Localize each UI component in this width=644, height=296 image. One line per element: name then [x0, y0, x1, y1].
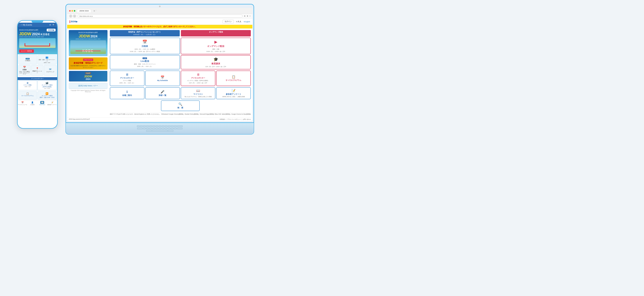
phone-ondemand-prog[interactable]: ▶️ オンデマンド配信講演・主題 11/18～12/13	[38, 91, 56, 99]
phone-logo-badge: JDDW▶	[47, 29, 56, 32]
browser-forward-btn[interactable]: ›	[73, 15, 76, 18]
poster-ondemand-sub: オンデマンド配信（音声付き動画）	[187, 80, 209, 82]
poster-ondemand-box[interactable]: 🖥 デジタルポスター オンデマンド配信（音声付き動画） 11/4（月）～12/1…	[181, 71, 216, 86]
browser-toolbar: ‹ › ⬇ ⬆ +	[67, 14, 252, 19]
myschedule-box[interactable]: 📅 My Schedule	[145, 71, 180, 86]
phone-menu-events[interactable]: 👥 講演・主題・スポンサードイベント10/31～11/2	[38, 55, 56, 64]
phone-all-programs[interactable]: 📋 すべてのプログラム	[18, 91, 37, 99]
poster-year: 2024	[90, 35, 98, 38]
jddw-logo: JDDW▶	[70, 20, 78, 23]
info-general[interactable]: ℹ 各種ご案内	[110, 87, 144, 99]
close-dot[interactable]	[69, 10, 71, 12]
venue-onsite: 現地学会（神戸コンベンションセンター） 10月31日（水）～11月2日（土）	[110, 30, 180, 37]
jddwhp-banner[interactable]: 大会HP JDDW 2024	[69, 71, 108, 82]
phone-menu-schedule[interactable]: 📅 日程表 10/31～11/2 Live配信11/18～12/13 オンデマン…	[18, 65, 30, 76]
phone-nav-dailynews-label: Daily News	[39, 104, 45, 105]
key-space	[152, 130, 168, 132]
key	[174, 125, 177, 127]
all-programs-box[interactable]: 📋 すべてのプログラム	[216, 71, 251, 86]
feature-schedule[interactable]: 📅 日程表 10/31（木）～11/2（土）Live配信 11/18（月）～12…	[110, 38, 180, 54]
phone-menu-floor[interactable]: 🗺 フロアマップ	[44, 65, 56, 76]
mail-icon[interactable]: ✉	[50, 24, 51, 26]
all-programs-title: すべてのプログラム	[226, 79, 241, 82]
phone-menu-live[interactable]: LIVE Live配信	[18, 55, 37, 64]
poster-slide-box[interactable]: 🖥 デジタルポスター スライド閲覧 10/31（木）～11/2（土）	[110, 71, 144, 86]
survey-box[interactable]: 📝 参加者アンケート JDDWに対するご意見・ご感想を投稿	[216, 87, 251, 99]
phone-screen: ‹ < My Events ✉ 🔍 第32回日本消化器関連学会週間 JDDW▶	[18, 23, 57, 106]
poster-slide-date: 10/31（木）～11/2（土）	[119, 82, 135, 84]
myschedule-title: My Schedule	[157, 80, 168, 81]
font-small-btn[interactable]: A	[236, 21, 237, 23]
download-icon[interactable]: ⬇	[244, 15, 246, 17]
phone-poster-header: デジタルポスター	[18, 77, 57, 80]
maximize-dot[interactable]	[74, 10, 75, 12]
site-logo: JDDW▶	[70, 20, 78, 23]
minimize-dot[interactable]	[72, 10, 73, 12]
venue-onsite-date: 10月31日（水）～11月2日（土）	[111, 34, 178, 36]
mypage-note: ※必ず発行期限中(10/30(水)18:00～12/13(水)正午)にご自身でダ…	[70, 65, 106, 68]
phone-nav-dailynews[interactable]: 📰 Daily News	[38, 101, 47, 105]
poster-image: 第32回日本消化器関連学会週間 JDDW 2024 JAPAN DIGESTIV…	[69, 30, 108, 56]
key	[165, 128, 167, 129]
back-arrow-icon: ‹	[20, 24, 20, 26]
key-tab	[137, 128, 142, 129]
phone-device: ‹ < My Events ✉ 🔍 第32回日本消化器関連学会週間 JDDW▶	[17, 20, 58, 129]
phone-jddw-title: JDDW	[19, 32, 32, 36]
key	[171, 125, 174, 127]
schedule-sub2: 11/18（月）～12/13（金）正午 オンデマンド配信	[130, 51, 160, 52]
info-general-title: 各種ご案内	[122, 94, 132, 97]
phone-menu-session[interactable]: 📍 開催中セッション	[31, 65, 44, 76]
venue-onsite-label: 現地学会（神戸コンベンションセンター）	[111, 31, 178, 33]
browser-url-input[interactable]	[78, 15, 243, 18]
english-link[interactable]: >English	[244, 21, 250, 23]
mypage-download-title: 参加証明書・領収証ダウンロード	[70, 62, 106, 64]
phone-poster-slide[interactable]: 🖥 スライド閲覧 10/31～11/2	[18, 81, 37, 90]
phone-topbar: ‹ < My Events ✉ 🔍	[18, 23, 57, 27]
key	[149, 125, 152, 127]
add-tab-icon[interactable]: +	[250, 15, 250, 17]
survey-icon: 📝	[232, 89, 236, 93]
phone-back-area[interactable]: ‹ < My Events	[20, 24, 32, 26]
phone-nav-myschedule[interactable]: 📅 マイスケジュール	[18, 101, 28, 105]
education-sub1: 11/3（日）正午～12/13（金）正午	[205, 66, 226, 68]
key	[152, 125, 155, 127]
site-main: 第32回日本消化器関連学会週間 JDDW 2024 JAPAN DIGESTIV…	[67, 29, 252, 117]
browser-back-btn[interactable]: ‹	[69, 15, 72, 18]
keyboard-row-2	[137, 128, 182, 129]
font-med-btn[interactable]: A	[238, 21, 239, 23]
key	[168, 128, 170, 129]
poster-column: 第32回日本消化器関連学会週間 JDDW 2024 JAPAN DIGESTIV…	[69, 30, 108, 116]
feature-ondemand[interactable]: ▶ オンデマンド配信 講演・主題 11/18（月）～12/13（金）正午	[181, 38, 251, 54]
phone-topbar-label: < My Events	[21, 24, 32, 26]
survey-title: 参加者アンケート	[226, 93, 241, 96]
browser-tab[interactable]: JDDW 2024	[77, 9, 92, 13]
search-box[interactable]: 🔍 検 索	[161, 100, 200, 111]
login-button[interactable]: ログイン	[222, 20, 234, 24]
schedule-title: 日程表	[142, 45, 148, 48]
speaker-icon: 🎤	[160, 90, 164, 94]
key	[155, 128, 158, 129]
phone-seminar-btn[interactable]: セミナー整理券	[19, 50, 34, 53]
info-speakers[interactable]: 🎤 演者一覧	[145, 87, 180, 99]
feature-live[interactable]: LIVE Live配信 講演・主題・スポンサードイベント 10/31（木）～11…	[110, 55, 180, 69]
font-large-btn[interactable]: A	[240, 20, 241, 23]
poster-ondemand-icon: 🖥	[196, 73, 200, 76]
education-title: 教育講演	[212, 62, 220, 65]
poster-ondemand-title: デジタルポスター	[191, 77, 205, 79]
phone-poster-ondemand[interactable]: 📹 オンデマンド配信(音声付き動画) 11/4～12/13	[38, 81, 56, 90]
laptop-keyboard	[66, 123, 254, 135]
key	[162, 128, 164, 129]
mylist-box[interactable]: 📖 マイリスト 気になるプログラム・演者をお気に入り登録	[181, 87, 216, 99]
search-icon[interactable]: 🔍	[52, 24, 55, 26]
key-backspace	[177, 125, 183, 127]
schedule-sub1: 10/31（木）～11/2（土）Live配信	[134, 48, 155, 50]
mypage-banner[interactable]: マイページ 参加証明書・領収証ダウンロード ※必ず発行期限中(10/30(水)1…	[69, 57, 108, 70]
poster-subtitle: JAPAN DIGESTIVE DISEASE WEEK 2024	[70, 38, 106, 40]
key	[143, 128, 146, 129]
phone-nav-survey[interactable]: 📝 参加者アンケート	[47, 101, 57, 105]
phone-nav-names[interactable]: 👤 人名索引	[28, 101, 38, 105]
daily-news-banner[interactable]: [提供] Daily News バナー	[69, 83, 108, 89]
feature-education[interactable]: 🎓 教育講演 11/3（日）正午～12/13（金）正午	[181, 55, 251, 69]
share-icon[interactable]: ⬆	[247, 15, 248, 17]
info-row: ℹ 各種ご案内 🎤 演者一覧 📖 マイリスト	[110, 87, 251, 99]
